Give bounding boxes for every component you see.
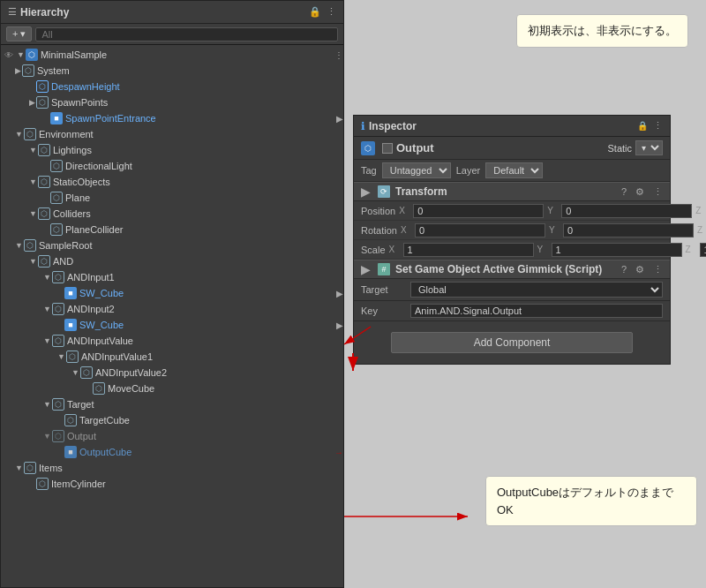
hierarchy-lock-icon: 🔒 (309, 6, 321, 18)
object-icon: ⬡ (52, 398, 64, 411)
scale-y-field: Y (537, 243, 682, 257)
tree-item[interactable]: ▶ ⬡ PlaneCollider (1, 222, 343, 237)
tree-item[interactable]: ▶ ⬡ TargetCube (1, 412, 343, 428)
tree-item[interactable]: ▶ ■ SpawnPointEntrance ▶ (1, 110, 343, 126)
rotation-x-field: X (401, 223, 545, 237)
tree-item[interactable]: ▼ ⬡ StaticObjects (1, 174, 343, 190)
sx-axis-label: X (389, 245, 402, 254)
item-label: ANDInputValue2 (95, 367, 167, 378)
scale-x-field: X (389, 243, 534, 257)
tree-item[interactable]: ▶ ⬡ ItemCylinder (1, 476, 343, 492)
tree-item[interactable]: ▶ ■ SW_Cube ▶ (1, 285, 343, 301)
tree-item[interactable]: ▶ ⬡ Plane (1, 190, 343, 206)
tree-item[interactable]: ▶ ⬡ System (1, 63, 343, 79)
expand-icon: ▼ (43, 305, 51, 313)
object-icon: ⬡ (93, 382, 105, 395)
layer-label: Layer (456, 165, 481, 176)
tree-item-output-cube[interactable]: ▶ ■ OutputCube → (1, 444, 343, 460)
position-x-input[interactable] (413, 204, 544, 218)
rotation-z-field: Z (697, 223, 706, 237)
item-label: DirectionalLight (65, 161, 132, 171)
object-name[interactable]: Output (396, 141, 604, 155)
tree-item[interactable]: ▼ ⬡ AND (1, 253, 343, 269)
position-y-input[interactable] (561, 204, 692, 218)
expand-icon: ▼ (29, 257, 37, 266)
annotation-text-1: 初期表示は、非表示にする。 (528, 24, 677, 37)
position-z-field: Z (695, 204, 706, 218)
tree-item[interactable]: ▶ ⬡ MoveCube (1, 381, 343, 396)
tree-item[interactable]: ▼ ⬡ Output (1, 428, 343, 444)
tree-item[interactable]: ▼ ⬡ Target (1, 396, 343, 412)
object-icon: ⬡ (64, 414, 77, 426)
expand-icon: ▼ (43, 336, 51, 345)
rotation-label: Rotation (361, 225, 397, 236)
position-y-field: Y (547, 204, 692, 218)
inspector-object-row: ⬡ Output Static ▾ (354, 137, 670, 160)
key-input[interactable] (410, 304, 663, 318)
object-icon: ■ (64, 446, 77, 458)
rotation-y-input[interactable] (563, 223, 694, 237)
tree-item[interactable]: ▼ ⬡ SampleRoot (1, 237, 343, 253)
object-icon: ⬡ (38, 176, 50, 188)
tree-item[interactable]: ▼ ⬡ ANDInputValue1 (1, 349, 343, 365)
tree-item[interactable]: ▶ ⬡ DirectionalLight (1, 158, 343, 174)
tree-item[interactable]: ▼ ⬡ ANDInputValue (1, 333, 343, 349)
tree-item[interactable]: ▼ ⬡ ANDInput2 (1, 301, 343, 317)
tree-item[interactable]: ▼ ⬡ Items (1, 460, 343, 476)
object-icon: ⬡ (52, 271, 64, 283)
expand-icon: ▼ (43, 432, 51, 441)
expand-icon: ▼ (15, 241, 23, 250)
object-icon: ⬡ (52, 335, 64, 347)
object-icon: ⬡ (38, 207, 50, 220)
tree-item[interactable]: ▼ ⬡ Colliders (1, 206, 343, 222)
tree-item[interactable]: ▶ ■ SW_Cube ▶ (1, 317, 343, 333)
tree-item[interactable]: ▼ ⬡ Environment (1, 126, 343, 142)
rx-axis-label: X (401, 225, 413, 235)
tree-item[interactable]: ▼ ⬡ Lightings (1, 142, 343, 158)
item-label: SampleRoot (39, 240, 93, 251)
target-dropdown[interactable]: Global (410, 282, 663, 298)
tree-item[interactable]: ▼ ⬡ ANDInput1 (1, 269, 343, 285)
active-checkbox[interactable] (382, 143, 393, 154)
script-settings-icon: ⚙ (635, 264, 644, 275)
transform-icon: ⟳ (378, 185, 390, 198)
tree-item[interactable]: ▶ ⬡ DespawnHeight (1, 79, 343, 94)
scale-x-input[interactable] (403, 243, 534, 257)
tag-dropdown[interactable]: Untagged (382, 162, 451, 178)
scale-z-field: Z (686, 243, 706, 257)
menu-icon: ⋮ (653, 186, 663, 198)
add-component-button[interactable]: Add Component (391, 332, 633, 353)
tree-area[interactable]: 👁 ▼ ⬡ MinimalSample ⋮ ▶ ⬡ System ▶ ⬡ Des… (1, 45, 343, 587)
arrow-right-icon: ▶ (336, 320, 343, 330)
inspector-lock-icon: 🔒 (637, 121, 648, 131)
item-label: Plane (65, 192, 90, 203)
scale-y-input[interactable] (552, 243, 682, 257)
main-container: ☰ Hierarchy 🔒 ⋮ + ▾ 👁 ▼ ⬡ MinimalSample … (0, 0, 706, 588)
expand-icon: ▼ (71, 368, 79, 377)
tree-item[interactable]: 👁 ▼ ⬡ MinimalSample ⋮ (1, 47, 343, 63)
script-section-header: ▶ # Set Game Object Active Gimmick (Scri… (354, 260, 670, 279)
y-axis-label: Y (547, 206, 560, 215)
tree-item[interactable]: ▼ ⬡ ANDInputValue2 (1, 365, 343, 381)
add-button[interactable]: + ▾ (6, 26, 32, 41)
expand-icon: ▼ (29, 209, 37, 218)
sz-axis-label: Z (686, 245, 698, 254)
inspector-more-icon: ⋮ (653, 120, 663, 132)
rotation-x-input[interactable] (415, 223, 545, 237)
rotation-row: Rotation X Y Z (354, 221, 670, 240)
object-icon: ⬡ (52, 430, 64, 442)
scale-z-input[interactable] (700, 243, 706, 257)
item-label: Items (39, 463, 63, 473)
annotation-box-1: 初期表示は、非表示にする。 (516, 14, 688, 48)
expand-icon: ▼ (43, 400, 51, 409)
static-dropdown[interactable]: ▾ (635, 140, 663, 155)
item-label: StaticObjects (53, 177, 110, 187)
tree-item[interactable]: ▶ ⬡ SpawnPoints (1, 94, 343, 110)
expand-icon: ▼ (29, 146, 37, 155)
search-input[interactable] (35, 27, 338, 41)
item-label: ANDInputValue1 (81, 351, 153, 362)
item-label: OutputCube (79, 447, 131, 457)
layer-dropdown[interactable]: Default (485, 162, 543, 178)
object-icon: ⬡ (52, 303, 64, 315)
item-label: SpawnPointEntrance (65, 113, 156, 124)
